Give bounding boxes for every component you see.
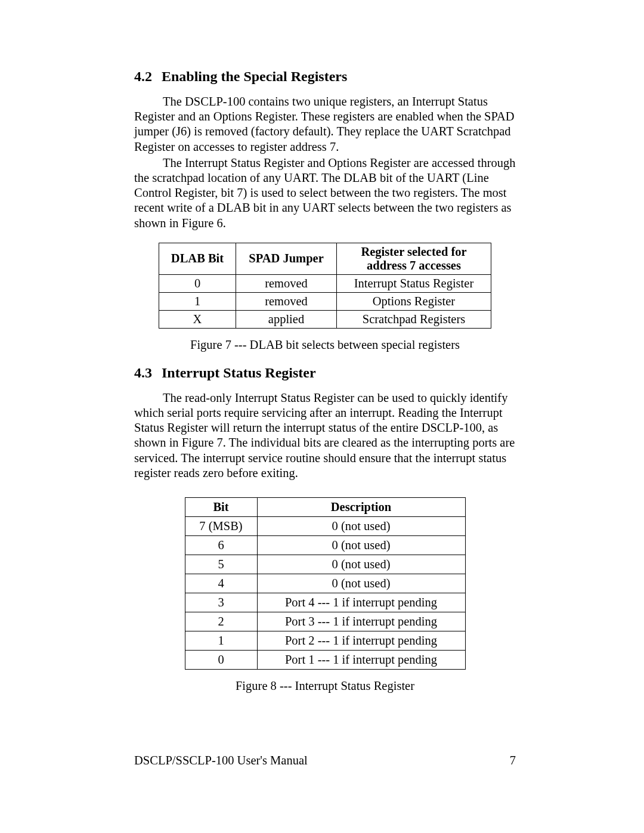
table-header-line: Register selected for bbox=[345, 245, 482, 259]
table-row: 1 Port 2 --- 1 if interrupt pending bbox=[185, 631, 465, 651]
table-header: Register selected for address 7 accesses bbox=[337, 243, 491, 274]
table-cell: 6 bbox=[185, 536, 257, 555]
table-cell: removed bbox=[236, 292, 337, 310]
table-header: SPAD Jumper bbox=[236, 243, 337, 274]
dlab-register-table: DLAB Bit SPAD Jumper Register selected f… bbox=[159, 243, 491, 329]
table-cell: 1 bbox=[185, 631, 257, 651]
table-cell: Port 2 --- 1 if interrupt pending bbox=[257, 631, 465, 651]
table-cell: 0 (not used) bbox=[257, 536, 465, 555]
table-cell: 4 bbox=[185, 574, 257, 593]
table-row: 2 Port 3 --- 1 if interrupt pending bbox=[185, 612, 465, 631]
table-row: 5 0 (not used) bbox=[185, 555, 465, 574]
table-cell: Scratchpad Registers bbox=[337, 310, 491, 328]
table-row: 4 0 (not used) bbox=[185, 574, 465, 593]
table-cell: 7 (MSB) bbox=[185, 517, 257, 536]
table-cell: 0 (not used) bbox=[257, 517, 465, 536]
table-cell: Interrupt Status Register bbox=[337, 274, 491, 292]
table-cell: 0 bbox=[159, 274, 236, 292]
table-row: 0 removed Interrupt Status Register bbox=[159, 274, 491, 292]
table-row: 0 Port 1 --- 1 if interrupt pending bbox=[185, 651, 465, 670]
page-number: 7 bbox=[510, 754, 516, 767]
table-row: 1 removed Options Register bbox=[159, 292, 491, 310]
table-header-line: address 7 accesses bbox=[345, 259, 482, 272]
table-cell: 5 bbox=[185, 555, 257, 574]
section-title: Interrupt Status Register bbox=[162, 365, 316, 380]
figure-caption: Figure 8 --- Interrupt Status Register bbox=[134, 679, 516, 693]
table-cell: Port 3 --- 1 if interrupt pending bbox=[257, 612, 465, 631]
table-cell: applied bbox=[236, 310, 337, 328]
paragraph: The Interrupt Status Register and Option… bbox=[134, 156, 516, 231]
section-number: 4.2 bbox=[134, 69, 152, 85]
page: 4.2Enabling the Special Registers The DS… bbox=[0, 0, 644, 833]
table-row: 7 (MSB) 0 (not used) bbox=[185, 517, 465, 536]
table-cell: 3 bbox=[185, 593, 257, 612]
table-row: 6 0 (not used) bbox=[185, 536, 465, 555]
section-title: Enabling the Special Registers bbox=[162, 69, 347, 84]
paragraph: The DSCLP-100 contains two unique regist… bbox=[134, 94, 516, 154]
heading-4-3: 4.3Interrupt Status Register bbox=[134, 365, 516, 381]
table-cell: Options Register bbox=[337, 292, 491, 310]
table-cell: 0 (not used) bbox=[257, 555, 465, 574]
figure-caption: Figure 7 --- DLAB bit selects between sp… bbox=[134, 338, 516, 352]
table-cell: 1 bbox=[159, 292, 236, 310]
footer-title: DSCLP/SSCLP-100 User's Manual bbox=[134, 754, 308, 767]
table-row: 3 Port 4 --- 1 if interrupt pending bbox=[185, 593, 465, 612]
table-header: Description bbox=[257, 498, 465, 517]
interrupt-status-table: Bit Description 7 (MSB) 0 (not used) 6 0… bbox=[185, 497, 466, 670]
page-footer: DSCLP/SSCLP-100 User's Manual 7 bbox=[134, 754, 516, 767]
table-cell: Port 1 --- 1 if interrupt pending bbox=[257, 651, 465, 670]
table-cell: 2 bbox=[185, 612, 257, 631]
paragraph: The read-only Interrupt Status Register … bbox=[134, 391, 516, 481]
table-cell: 0 bbox=[185, 651, 257, 670]
section-number: 4.3 bbox=[134, 365, 152, 381]
table-cell: Port 4 --- 1 if interrupt pending bbox=[257, 593, 465, 612]
table-row: X applied Scratchpad Registers bbox=[159, 310, 491, 328]
table-header: DLAB Bit bbox=[159, 243, 236, 274]
table-header: Bit bbox=[185, 498, 257, 517]
table-cell: X bbox=[159, 310, 236, 328]
heading-4-2: 4.2Enabling the Special Registers bbox=[134, 69, 516, 85]
table-cell: 0 (not used) bbox=[257, 574, 465, 593]
table-cell: removed bbox=[236, 274, 337, 292]
